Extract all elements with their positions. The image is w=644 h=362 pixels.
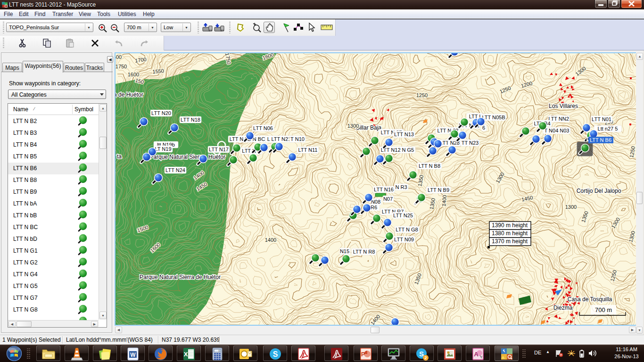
svg-text:N08: N08 xyxy=(371,199,380,205)
svg-text:A: A xyxy=(474,351,479,358)
svg-text:LTT N09: LTT N09 xyxy=(394,237,414,242)
svg-text:1350: 1350 xyxy=(580,210,589,223)
svg-text:LTT N20: LTT N20 xyxy=(151,110,171,116)
svg-text:1600: 1600 xyxy=(128,72,139,77)
svg-text:LTT N R8: LTT N R8 xyxy=(353,249,375,255)
svg-text:6: 6 xyxy=(482,125,485,131)
svg-text:LTT N17: LTT N17 xyxy=(209,147,229,152)
svg-text:TT N23: TT N23 xyxy=(462,140,479,146)
svg-text:N07: N07 xyxy=(383,196,393,202)
svg-text:1300: 1300 xyxy=(347,123,359,129)
svg-text:LT N19: LT N19 xyxy=(155,146,171,152)
svg-text:1400: 1400 xyxy=(441,195,447,206)
svg-text:1390 m height: 1390 m height xyxy=(492,222,528,229)
svg-text:Parque Natural Sierr: Parque Natural Sierr xyxy=(149,154,201,160)
svg-text:LTT N12 N G5: LTT N12 N G5 xyxy=(381,147,414,153)
svg-text:1300: 1300 xyxy=(565,204,577,210)
svg-text:1700: 1700 xyxy=(134,56,147,63)
svg-text:2: 2 xyxy=(424,355,427,360)
svg-text:LTT N01: LTT N01 xyxy=(592,116,611,122)
svg-text:T N10: T N10 xyxy=(290,136,305,142)
svg-text:LTT N13: LTT N13 xyxy=(394,132,414,137)
svg-text:1400: 1400 xyxy=(265,237,276,243)
svg-text:S: S xyxy=(419,350,424,358)
svg-text:1250: 1250 xyxy=(416,92,428,98)
svg-text:600: 600 xyxy=(116,54,122,60)
svg-text:S: S xyxy=(273,350,278,358)
svg-text:Parque Natural Sierra de Huéto: Parque Natural Sierra de Huétor xyxy=(140,274,221,280)
svg-text:N R3: N R3 xyxy=(395,184,407,190)
svg-text:N15: N15 xyxy=(340,248,349,254)
svg-text:N BC: N BC xyxy=(253,136,265,142)
svg-text:1350: 1350 xyxy=(429,197,436,210)
svg-text:LTT N06: LTT N06 xyxy=(253,125,273,131)
svg-text:L LTT N21: L LTT N21 xyxy=(267,136,291,142)
svg-text:LTT N B8: LTT N B8 xyxy=(419,163,440,169)
svg-text:Cortijo Del Jalopo: Cortijo Del Jalopo xyxy=(577,188,621,194)
svg-text:Huétor: Huétor xyxy=(208,154,225,160)
svg-text:1370 m height: 1370 m height xyxy=(492,238,528,245)
svg-text:LTT N05B: LTT N05B xyxy=(482,115,505,120)
svg-text:700 m: 700 m xyxy=(595,306,612,313)
svg-text:LTT N16: LTT N16 xyxy=(374,187,394,192)
svg-text:LTT N B9: LTT N B9 xyxy=(428,187,449,193)
svg-text:1250: 1250 xyxy=(628,146,636,158)
svg-text:1250: 1250 xyxy=(499,85,512,94)
svg-text:1550: 1550 xyxy=(152,68,164,74)
svg-text:W: W xyxy=(130,352,136,358)
svg-text:LTT N B6: LTT N B6 xyxy=(590,137,611,143)
svg-text:Diezma: Diezma xyxy=(553,304,573,311)
svg-text:LTT N24: LTT N24 xyxy=(165,167,185,173)
svg-text:LTT N11: LTT N11 xyxy=(298,147,318,153)
svg-text:T N04 N03: T N04 N03 xyxy=(545,128,570,133)
svg-text:LTT N25: LTT N25 xyxy=(393,213,413,218)
svg-text:Casa de Tosquilla: Casa de Tosquilla xyxy=(568,296,612,303)
svg-text:P: P xyxy=(361,351,365,358)
svg-text:1350: 1350 xyxy=(417,174,424,187)
svg-text:1300: 1300 xyxy=(627,230,636,243)
svg-text:LTT N G8: LTT N G8 xyxy=(396,227,418,232)
svg-text:X: X xyxy=(184,351,188,358)
svg-text:1750: 1750 xyxy=(116,64,127,69)
svg-text:Los Villares: Los Villares xyxy=(549,103,578,109)
svg-text:Sillar Baja: Sillar Baja xyxy=(356,124,381,131)
svg-text:1380 m height: 1380 m height xyxy=(492,230,528,237)
svg-text:ta: ta xyxy=(117,153,122,160)
svg-text:1350: 1350 xyxy=(413,272,422,285)
svg-text:a de Huétor: a de Huétor xyxy=(116,91,143,98)
svg-text:Ltt n27 5: Ltt n27 5 xyxy=(598,126,618,132)
svg-text:0: 0 xyxy=(219,349,220,352)
svg-text:LTT N18: LTT N18 xyxy=(181,117,200,123)
